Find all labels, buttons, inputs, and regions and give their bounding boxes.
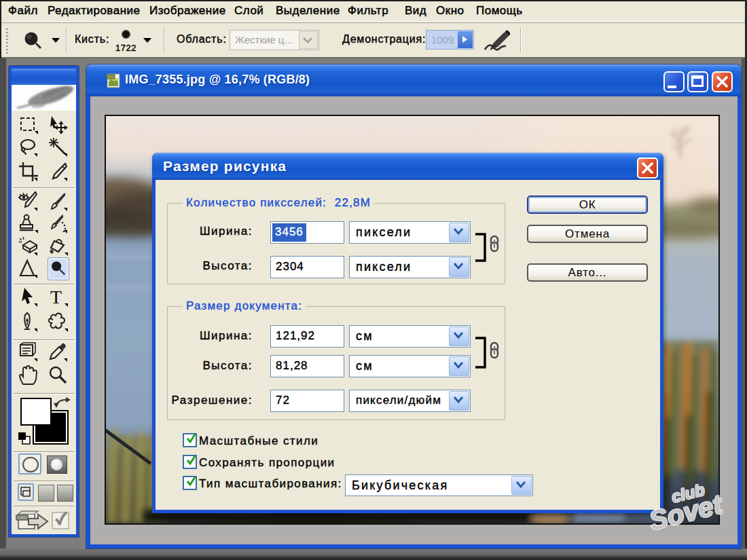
svg-text:T: T [50,286,62,307]
